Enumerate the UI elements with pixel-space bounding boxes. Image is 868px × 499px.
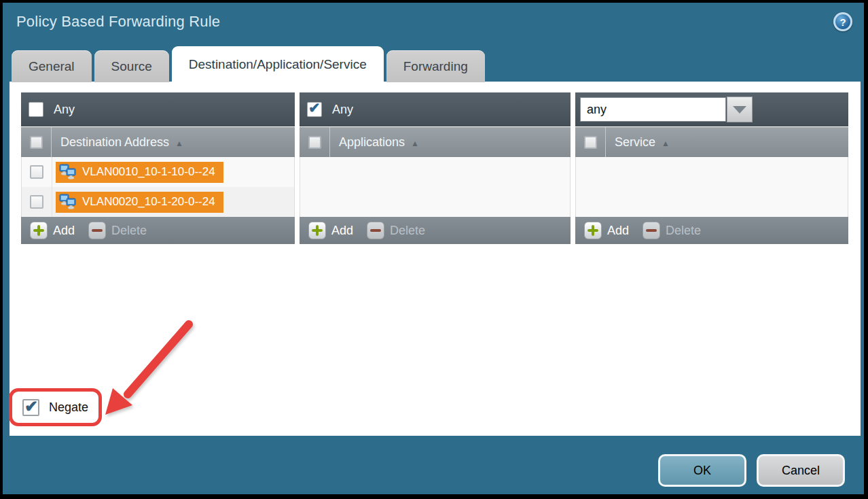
delete-button-label: Delete: [666, 224, 701, 238]
applications-selectall-checkbox[interactable]: [308, 136, 321, 149]
row-checkbox[interactable]: [30, 195, 43, 209]
tab-bar: General Source Destination/Application/S…: [12, 46, 488, 82]
applications-selectall-cell: [300, 127, 330, 157]
sort-ascending-icon: [411, 135, 419, 150]
destination-any-bar: Any: [21, 92, 295, 126]
destination-sort-header[interactable]: Destination Address: [60, 135, 183, 150]
tab-forwarding[interactable]: Forwarding: [386, 50, 485, 82]
address-group-icon: [59, 164, 77, 180]
delete-button-label: Delete: [111, 224, 147, 238]
service-dropdown-bar: any: [575, 92, 848, 126]
service-column-header: Service: [575, 126, 848, 157]
negate-label: Negate: [49, 400, 88, 415]
applications-any-checkbox[interactable]: [307, 102, 322, 117]
sort-ascending-icon: [662, 135, 670, 150]
address-object-chip[interactable]: VLAN0010_10-1-10-0--24: [56, 162, 223, 183]
plus-icon: [584, 222, 602, 239]
plus-icon: [30, 222, 48, 239]
delete-button[interactable]: Delete: [643, 222, 701, 239]
service-list: [575, 157, 848, 217]
minus-icon: [367, 222, 384, 239]
applications-column-header: Applications: [300, 126, 571, 157]
address-object-label: VLAN0020_10-1-20-0--24: [82, 195, 215, 209]
destination-any-label: Any: [54, 103, 75, 117]
add-button[interactable]: Add: [308, 222, 353, 239]
destination-address-column: Any Destination Address: [21, 92, 295, 244]
service-selectall-checkbox[interactable]: [584, 136, 597, 149]
sort-ascending-icon: [175, 135, 183, 150]
tab-source[interactable]: Source: [94, 50, 169, 82]
applications-footer-bar: Add Delete: [300, 217, 571, 244]
service-sort-header[interactable]: Service: [615, 135, 670, 150]
destination-footer-bar: Add Delete: [21, 217, 295, 244]
dialog-title: Policy Based Forwarding Rule: [16, 13, 220, 31]
minus-icon: [88, 222, 106, 239]
delete-button-label: Delete: [390, 224, 425, 238]
columns-container: Any Destination Address: [21, 92, 848, 244]
service-dropdown-button[interactable]: [727, 97, 753, 122]
chevron-down-icon: [733, 106, 746, 114]
ok-button[interactable]: OK: [658, 454, 746, 487]
plus-icon: [308, 222, 326, 239]
destination-address-list: VLAN0010_10-1-10-0--24: [21, 157, 295, 217]
service-column: any Service: [575, 92, 848, 244]
destination-header-label: Destination Address: [60, 135, 169, 150]
add-button[interactable]: Add: [30, 222, 75, 239]
applications-sort-header[interactable]: Applications: [339, 135, 419, 150]
applications-list: [300, 157, 571, 217]
applications-column: Any Applications: [300, 92, 571, 244]
table-row[interactable]: VLAN0020_10-1-20-0--24: [22, 187, 294, 217]
policy-based-forwarding-dialog: Policy Based Forwarding Rule ? General S…: [3, 3, 864, 494]
minus-icon: [643, 222, 660, 239]
applications-any-label: Any: [332, 103, 353, 117]
row-checkbox-cell: [22, 187, 52, 217]
destination-selectall-checkbox[interactable]: [30, 136, 43, 149]
cancel-button[interactable]: Cancel: [757, 454, 845, 487]
row-checkbox[interactable]: [30, 165, 43, 179]
delete-button[interactable]: Delete: [88, 222, 147, 239]
table-row[interactable]: VLAN0010_10-1-10-0--24: [22, 157, 294, 187]
destination-column-header: Destination Address: [21, 126, 295, 157]
add-button[interactable]: Add: [584, 222, 629, 239]
tab-destination-application-service[interactable]: Destination/Application/Service: [172, 46, 384, 82]
service-header-label: Service: [615, 135, 655, 150]
tab-general[interactable]: General: [12, 50, 92, 82]
destination-selectall-cell: [21, 127, 52, 157]
help-icon[interactable]: ?: [833, 12, 852, 31]
service-dropdown[interactable]: any: [580, 97, 753, 122]
delete-button[interactable]: Delete: [367, 222, 425, 239]
add-button-label: Add: [53, 224, 75, 238]
row-checkbox-cell: [22, 157, 52, 187]
address-object-chip[interactable]: VLAN0020_10-1-20-0--24: [56, 192, 223, 213]
address-group-icon: [59, 194, 77, 210]
add-button-label: Add: [331, 224, 353, 238]
negate-checkbox[interactable]: [22, 399, 39, 416]
destination-any-checkbox[interactable]: [29, 102, 43, 117]
service-dropdown-value[interactable]: any: [580, 97, 726, 122]
applications-any-bar: Any: [300, 92, 571, 126]
address-object-label: VLAN0010_10-1-10-0--24: [82, 165, 215, 179]
service-footer-bar: Add Delete: [575, 217, 848, 244]
negate-highlight-box: Negate: [9, 388, 102, 426]
service-selectall-cell: [575, 127, 606, 157]
tab-content-panel: Any Destination Address: [10, 82, 861, 436]
add-button-label: Add: [607, 224, 629, 238]
applications-header-label: Applications: [339, 135, 405, 150]
